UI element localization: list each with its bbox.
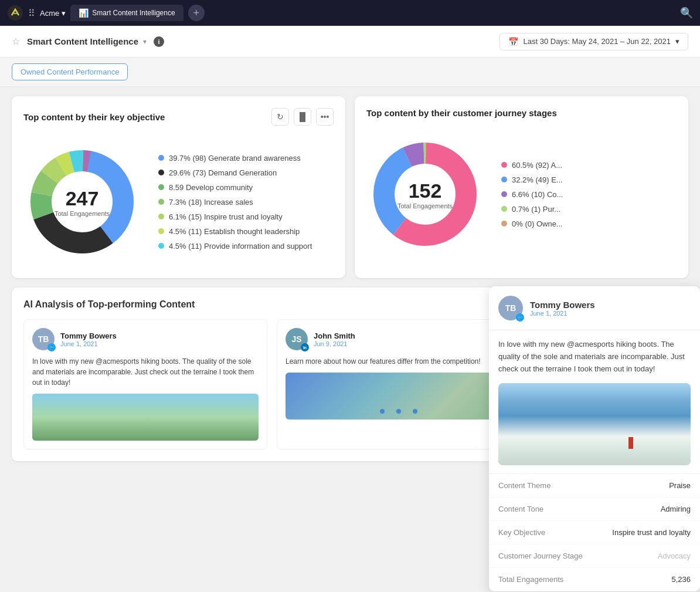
mountain-silhouette [628, 437, 633, 449]
post-date-2: Jun 9, 2021 [314, 340, 355, 347]
main-content: Top content by their key objective ↻ ▐▌ … [0, 87, 700, 592]
content-detail-tooltip: TB 🐦 Tommy Bowers June 1, 2021 In love w… [489, 286, 700, 591]
grid-icon[interactable]: ⠿ [28, 8, 35, 19]
workspace-selector[interactable]: Acme ▾ [40, 9, 66, 18]
legend-dot [501, 191, 507, 197]
owned-content-performance-tab[interactable]: Owned Content Performance [12, 63, 128, 80]
refresh-button[interactable]: ↻ [271, 108, 289, 126]
row-label-journey: Customer Journey Stage [498, 552, 583, 560]
legend-item: 32.2% (49) E... [501, 175, 563, 184]
legend-dot [158, 184, 164, 190]
date-chevron-icon: ▾ [675, 37, 679, 46]
donut-area-left: 247 Total Engagements 39.7% (98) Generat… [23, 137, 334, 266]
date-range-label: Last 30 Days: May 24, 2021 – Jun 22, 202… [523, 37, 671, 46]
info-icon[interactable]: i [154, 36, 164, 47]
chart-icon: ▐▌ [297, 112, 308, 121]
sub-header: ☆ Smart Content Intelligence ▾ i 📅 Last … [0, 26, 700, 57]
row-value-theme: Praise [669, 481, 691, 490]
row-value-tone: Admiring [661, 505, 691, 513]
search-icon[interactable]: 🔍 [680, 6, 693, 19]
legend-text: 29.6% (73) Demand Generation [169, 168, 277, 177]
legend-dot [501, 177, 507, 182]
author-info-2: John Smith Jun 9, 2021 [314, 331, 355, 347]
post-name-2: John Smith [314, 331, 355, 340]
more-icon: ••• [321, 112, 329, 121]
legend-dot [158, 228, 164, 234]
favorite-button[interactable]: ☆ [12, 36, 20, 47]
date-range-picker[interactable]: 📅 Last 30 Days: May 24, 2021 – Jun 22, 2… [499, 33, 688, 50]
row-label-objective: Key Objective [498, 528, 545, 537]
card-header-right: Top content by their customer journey st… [366, 108, 677, 118]
donut-total-right: 152 [397, 180, 453, 202]
legend-text: 0% (0) Owne... [512, 219, 563, 228]
app-logo [7, 5, 23, 21]
key-objective-card: Top content by their key objective ↻ ▐▌ … [12, 96, 345, 278]
post-image-1 [32, 394, 259, 441]
donut-sublabel-right: Total Engagements [397, 202, 453, 209]
legend-item: 60.5% (92) A... [501, 161, 563, 170]
donut-area-right: 152 Total Engagements 60.5% (92) A... 32… [366, 130, 677, 259]
row-label-theme: Content Theme [498, 481, 551, 490]
post-text-1: In love with my new @acmesports hiking b… [32, 356, 259, 388]
post-text-2: Learn more about how our features differ… [286, 356, 512, 367]
post-author-2: JS in John Smith Jun 9, 2021 [286, 328, 512, 350]
donut-total-left: 247 [55, 187, 110, 210]
tab-icon: 📊 [79, 8, 89, 18]
avatar-tommy: TB 🐦 [32, 328, 55, 350]
legend-text: 8.59 Develop community [169, 183, 253, 192]
card-title-right: Top content by their customer journey st… [366, 108, 557, 118]
legend-text: 32.2% (49) E... [512, 175, 563, 184]
legend-item: 29.6% (73) Demand Generation [158, 168, 312, 177]
legend-right: 60.5% (92) A... 32.2% (49) E... 6.6% (10… [501, 161, 563, 228]
linkedin-badge: in [301, 343, 309, 351]
tooltip-author-info: Tommy Bowers June 1, 2021 [530, 300, 595, 317]
post-date-1: June 1, 2021 [60, 340, 117, 347]
post-card-1[interactable]: TB 🐦 Tommy Bowers June 1, 2021 In love w… [23, 319, 267, 449]
row-value-journey: Advocacy [658, 552, 691, 560]
author-info-1: Tommy Bowers June 1, 2021 [60, 331, 117, 347]
tooltip-row-engagements: Total Engagements 5,236 [489, 568, 700, 591]
page-title: Smart Content Intelligence [27, 36, 138, 46]
title-dropdown-icon[interactable]: ▾ [143, 38, 147, 46]
donut-label-right: 152 Total Engagements [397, 180, 453, 209]
card-actions-left: ↻ ▐▌ ••• [271, 108, 334, 126]
chart-type-button[interactable]: ▐▌ [294, 108, 311, 126]
post-name-1: Tommy Bowers [60, 331, 117, 340]
tooltip-row-theme: Content Theme Praise [489, 474, 700, 498]
legend-item: 39.7% (98) Generate brand awareness [158, 154, 312, 163]
legend-dot [501, 221, 507, 226]
post-author-1: TB 🐦 Tommy Bowers June 1, 2021 [32, 328, 259, 350]
legend-item: 6.1% (15) Inspire trust and loyalty [158, 212, 312, 221]
page-title-area: Smart Content Intelligence ▾ [27, 36, 147, 46]
refresh-icon: ↻ [277, 112, 284, 121]
row-value-engagements: 5,236 [671, 575, 691, 584]
legend-item: 0.7% (1) Pur... [501, 205, 563, 214]
legend-item: 0% (0) Owne... [501, 219, 563, 228]
twitter-badge: 🐦 [47, 343, 56, 351]
card-title-left: Top content by their key objective [23, 112, 165, 122]
add-tab-button[interactable]: + [188, 5, 205, 21]
legend-dot [501, 162, 507, 168]
legend-text: 6.1% (15) Inspire trust and loyalty [169, 212, 283, 221]
active-tab[interactable]: 📊 Smart Content Intelligence [70, 5, 183, 21]
tooltip-avatar: TB 🐦 [498, 296, 523, 320]
legend-dot [158, 170, 164, 175]
breadcrumb-area: Owned Content Performance [0, 57, 700, 87]
legend-left: 39.7% (98) Generate brand awareness 29.6… [158, 154, 312, 251]
legend-text: 4.5% (11) Provide information and suppor… [169, 242, 312, 251]
post-card-2[interactable]: JS in John Smith Jun 9, 2021 Learn more … [277, 319, 521, 449]
legend-dot [158, 155, 164, 161]
donut-label-left: 247 Total Engagements [55, 187, 110, 217]
legend-dot [158, 243, 164, 249]
donut-chart-left: 247 Total Engagements [23, 143, 141, 261]
tooltip-row-tone: Content Tone Admiring [489, 498, 700, 521]
tooltip-author-name: Tommy Bowers [530, 300, 595, 310]
more-options-button[interactable]: ••• [316, 108, 334, 126]
add-icon: + [193, 7, 199, 19]
legend-text: 7.3% (18) Increase sales [169, 198, 253, 207]
journey-stages-card: Top content by their customer journey st… [355, 96, 688, 278]
card-header-left: Top content by their key objective ↻ ▐▌ … [23, 108, 334, 126]
legend-dot [158, 214, 164, 219]
tooltip-data-rows: Content Theme Praise Content Tone Admiri… [489, 473, 700, 591]
calendar-icon: 📅 [508, 37, 518, 46]
